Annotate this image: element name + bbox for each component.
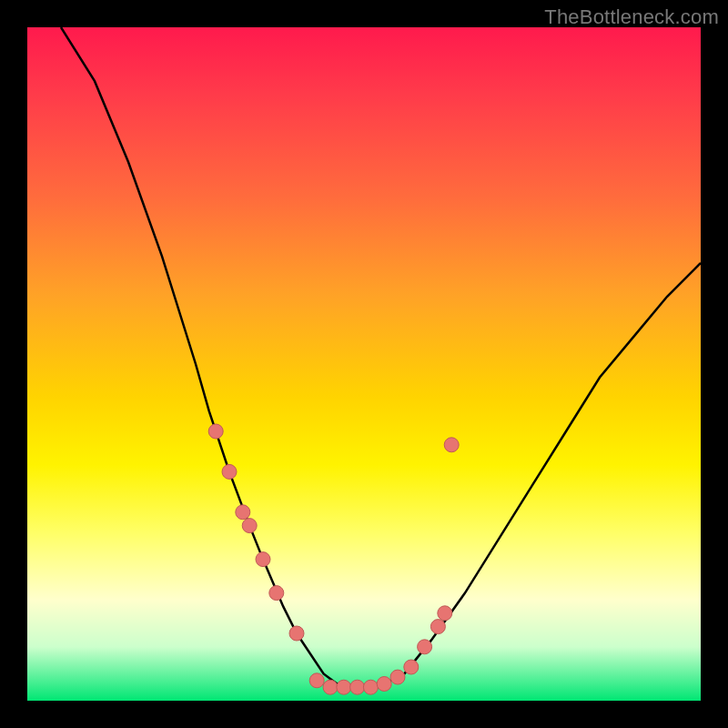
- marker-point: [269, 586, 284, 601]
- marker-point: [208, 424, 223, 439]
- marker-point: [256, 552, 270, 567]
- marker-point: [418, 640, 432, 654]
- chart-frame: TheBottleneck.com: [0, 0, 728, 728]
- bottleneck-curve: [27, 27, 701, 701]
- marker-point: [377, 677, 391, 692]
- marker-point: [404, 660, 419, 674]
- marker-point: [390, 670, 405, 684]
- marker-point: [337, 680, 351, 694]
- marker-point: [309, 673, 324, 688]
- marker-point: [236, 505, 250, 520]
- marker-point: [363, 680, 378, 694]
- marker-point: [289, 626, 304, 641]
- watermark-text: TheBottleneck.com: [544, 5, 719, 29]
- marker-point: [430, 620, 445, 634]
- plot-area: [27, 27, 701, 701]
- marker-point: [350, 680, 365, 694]
- marker-point: [242, 519, 257, 533]
- marker-point: [444, 438, 459, 452]
- marker-point: [323, 680, 338, 694]
- marker-point: [438, 606, 452, 621]
- curve-path: [61, 27, 701, 687]
- marker-point: [222, 464, 237, 479]
